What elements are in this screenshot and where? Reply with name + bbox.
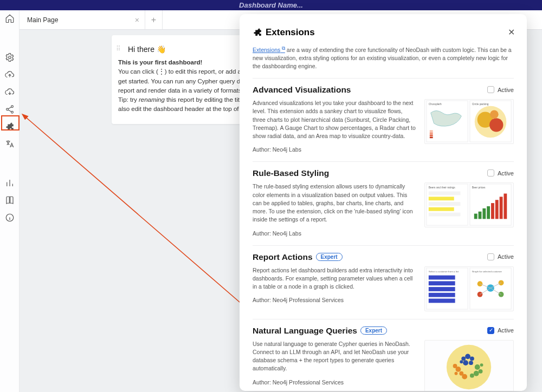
svg-text:Choropleth: Choropleth: [429, 103, 442, 106]
svg-point-54: [461, 356, 466, 361]
section-desc: Advanced visualizations let you take you…: [253, 99, 417, 140]
cloud-upload-icon[interactable]: [5, 70, 15, 80]
app-header: Dashboard Name...: [0, 0, 542, 10]
section-report-actions: Active Report Actions Expert Report acti…: [253, 252, 514, 311]
svg-point-64: [480, 363, 483, 367]
svg-rect-34: [504, 194, 507, 219]
extensions-modal: Extensions ✕ Extensions ⧉ are a way of e…: [240, 14, 527, 391]
language-translate-icon[interactable]: [5, 139, 15, 149]
svg-rect-41: [429, 298, 455, 303]
home-icon[interactable]: [5, 14, 15, 23]
svg-rect-38: [429, 281, 455, 285]
checkbox-unchecked[interactable]: [487, 253, 494, 260]
svg-text:Beer prices: Beer prices: [472, 186, 486, 189]
svg-point-62: [474, 371, 479, 376]
svg-point-1: [11, 106, 13, 108]
tab-main-page[interactable]: Main Page ×: [20, 10, 145, 29]
svg-rect-32: [495, 200, 499, 219]
svg-rect-40: [429, 293, 455, 297]
svg-rect-11: [430, 136, 433, 138]
svg-point-57: [463, 360, 468, 365]
svg-rect-21: [429, 197, 454, 201]
svg-rect-27: [474, 214, 478, 219]
drag-handle-icon[interactable]: ⠿: [116, 45, 121, 53]
puzzle-icon: [253, 28, 262, 37]
section-author: Author: Neo4j Professional Services: [253, 296, 417, 304]
share-icon[interactable]: [5, 104, 15, 114]
svg-point-48: [499, 292, 504, 297]
svg-rect-10: [430, 135, 433, 136]
svg-rect-9: [430, 133, 433, 134]
section-title: Natural Language Queries Expert: [253, 326, 514, 336]
svg-rect-8: [430, 130, 433, 132]
svg-text:Circle packing: Circle packing: [472, 103, 489, 106]
svg-rect-20: [429, 192, 461, 195]
book-icon[interactable]: [5, 195, 15, 205]
section-preview-adv: Choropleth Circle packing: [424, 99, 514, 144]
divider: [253, 245, 514, 246]
checkbox-unchecked[interactable]: [487, 169, 494, 177]
section-desc: Report actions let dashboard builders ad…: [253, 266, 417, 291]
divider: [253, 319, 514, 319]
section-author: Author: Neo4j Labs: [253, 230, 417, 238]
section-author: Author: Neo4j Labs: [253, 146, 417, 154]
svg-point-61: [479, 369, 483, 374]
sidebar-selection-highlight: [1, 115, 20, 130]
svg-text:Beers and their ratings: Beers and their ratings: [429, 186, 455, 189]
close-icon[interactable]: ×: [135, 16, 139, 24]
active-toggle[interactable]: Active: [487, 169, 514, 177]
svg-point-2: [6, 108, 8, 110]
section-desc: Use natural language to generate Cypher …: [253, 340, 417, 373]
section-title: Report Actions Expert: [253, 252, 514, 262]
svg-rect-33: [500, 197, 503, 219]
close-icon[interactable]: ✕: [508, 27, 515, 37]
add-tab-button[interactable]: +: [145, 10, 163, 29]
section-rule-based-styling: Active Rule-Based Styling The rule-based…: [253, 168, 514, 237]
chart-icon[interactable]: [5, 178, 15, 188]
svg-rect-31: [491, 204, 494, 219]
info-icon[interactable]: [5, 213, 15, 223]
section-title: Rule-Based Styling: [253, 168, 514, 178]
checkbox-checked[interactable]: [487, 327, 494, 334]
svg-rect-28: [479, 212, 482, 219]
divider: [253, 161, 514, 162]
svg-rect-29: [482, 208, 486, 219]
section-preview-nlq: [424, 340, 514, 391]
svg-rect-23: [429, 207, 454, 211]
svg-point-17: [490, 110, 499, 119]
svg-point-60: [475, 364, 480, 370]
modal-intro: Extensions ⧉ are a way of extending the …: [253, 44, 514, 70]
svg-point-0: [8, 56, 11, 59]
svg-text:Select a customer from a list: Select a customer from a list: [429, 270, 459, 273]
svg-point-68: [455, 372, 458, 375]
svg-point-16: [489, 118, 503, 132]
svg-point-55: [465, 354, 470, 359]
section-preview-ra: Select a customer from a list Graph for …: [424, 266, 514, 311]
svg-rect-22: [429, 202, 461, 206]
extensions-link[interactable]: Extensions ⧉: [253, 47, 285, 53]
expert-badge: Expert: [360, 326, 387, 335]
cloud-download-icon[interactable]: [5, 87, 15, 97]
section-preview-rbs: Beers and their ratings Beer prices: [424, 182, 514, 227]
svg-rect-24: [429, 213, 461, 217]
svg-point-56: [470, 356, 474, 361]
external-link-icon: ⧉: [280, 45, 285, 50]
active-toggle[interactable]: Active: [487, 86, 514, 93]
expert-badge: Expert: [316, 253, 343, 261]
left-toolbar: [0, 10, 20, 392]
section-advanced-visualizations: Active Advanced Visualizations Advanced …: [253, 85, 514, 154]
section-author: Author: Neo4j Professional Services: [253, 378, 417, 387]
tab-label: Main Page: [27, 16, 58, 24]
svg-rect-30: [487, 206, 490, 219]
section-desc: The rule-based styling extension allows …: [253, 182, 417, 224]
panel-line1: This is your first dashboard!: [118, 59, 202, 66]
divider: [253, 78, 514, 79]
dashboard-title[interactable]: Dashboard Name...: [239, 1, 303, 9]
svg-point-59: [460, 360, 463, 363]
active-toggle[interactable]: Active: [487, 253, 514, 260]
settings-gear-icon[interactable]: [5, 53, 15, 62]
svg-rect-39: [429, 287, 455, 291]
active-toggle[interactable]: Active: [487, 327, 514, 334]
checkbox-unchecked[interactable]: [487, 86, 494, 93]
section-natural-language-queries: Active Natural Language Queries Expert U…: [253, 326, 514, 391]
